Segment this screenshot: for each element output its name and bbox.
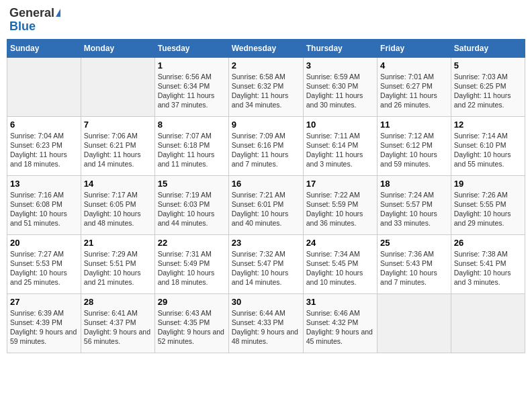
calendar-cell: 25Sunrise: 7:36 AMSunset: 5:43 PMDayligh… <box>378 234 451 293</box>
calendar-cell: 29Sunrise: 6:43 AMSunset: 4:35 PMDayligh… <box>154 293 228 353</box>
calendar-header: SundayMondayTuesdayWednesdayThursdayFrid… <box>7 39 525 57</box>
day-number: 24 <box>306 238 374 248</box>
calendar-cell: 23Sunrise: 7:32 AMSunset: 5:47 PMDayligh… <box>228 234 303 293</box>
cell-info: Sunrise: 7:06 AMSunset: 6:21 PMDaylight:… <box>84 131 152 169</box>
day-number: 4 <box>380 60 448 71</box>
header-day-tuesday: Tuesday <box>154 39 228 57</box>
day-number: 23 <box>232 238 300 248</box>
cell-info: Sunrise: 7:09 AMSunset: 6:16 PMDaylight:… <box>232 131 300 169</box>
calendar-cell: 7Sunrise: 7:06 AMSunset: 6:21 PMDaylight… <box>81 116 154 175</box>
page-header: General Blue <box>7 7 525 34</box>
day-number: 29 <box>158 297 226 307</box>
calendar-cell: 11Sunrise: 7:12 AMSunset: 6:12 PMDayligh… <box>378 116 451 175</box>
cell-info: Sunrise: 7:26 AMSunset: 5:55 PMDaylight:… <box>454 190 522 228</box>
week-row-5: 27Sunrise: 6:39 AMSunset: 4:39 PMDayligh… <box>7 293 525 353</box>
cell-info: Sunrise: 7:31 AMSunset: 5:49 PMDaylight:… <box>158 249 226 287</box>
cell-info: Sunrise: 7:03 AMSunset: 6:25 PMDaylight:… <box>454 72 522 110</box>
day-number: 21 <box>84 238 152 248</box>
logo-blue: Blue <box>9 20 60 34</box>
day-number: 16 <box>232 179 300 189</box>
calendar-cell: 6Sunrise: 7:04 AMSunset: 6:23 PMDaylight… <box>7 116 81 175</box>
week-row-2: 6Sunrise: 7:04 AMSunset: 6:23 PMDaylight… <box>7 116 525 175</box>
week-row-3: 13Sunrise: 7:16 AMSunset: 6:08 PMDayligh… <box>7 175 525 234</box>
calendar-cell: 14Sunrise: 7:17 AMSunset: 6:05 PMDayligh… <box>81 175 154 234</box>
cell-info: Sunrise: 7:22 AMSunset: 5:59 PMDaylight:… <box>306 190 374 228</box>
calendar-cell: 30Sunrise: 6:44 AMSunset: 4:33 PMDayligh… <box>228 293 303 353</box>
day-number: 7 <box>84 120 152 130</box>
calendar-cell: 15Sunrise: 7:19 AMSunset: 6:03 PMDayligh… <box>154 175 228 234</box>
day-number: 28 <box>84 297 152 307</box>
week-row-1: 1Sunrise: 6:56 AMSunset: 6:34 PMDaylight… <box>7 57 525 116</box>
cell-info: Sunrise: 6:56 AMSunset: 6:34 PMDaylight:… <box>158 72 226 110</box>
calendar-cell: 22Sunrise: 7:31 AMSunset: 5:49 PMDayligh… <box>154 234 228 293</box>
calendar-body: 1Sunrise: 6:56 AMSunset: 6:34 PMDaylight… <box>7 57 525 353</box>
cell-info: Sunrise: 6:59 AMSunset: 6:30 PMDaylight:… <box>306 72 374 110</box>
day-number: 18 <box>380 179 448 189</box>
day-number: 26 <box>454 238 522 248</box>
header-day-monday: Monday <box>81 39 154 57</box>
logo: General Blue <box>9 7 60 34</box>
calendar-cell: 3Sunrise: 6:59 AMSunset: 6:30 PMDaylight… <box>303 57 377 116</box>
cell-info: Sunrise: 6:44 AMSunset: 4:33 PMDaylight:… <box>232 308 300 347</box>
cell-info: Sunrise: 7:11 AMSunset: 6:14 PMDaylight:… <box>306 131 374 169</box>
calendar-cell <box>378 293 451 353</box>
header-day-friday: Friday <box>378 39 451 57</box>
calendar-cell: 12Sunrise: 7:14 AMSunset: 6:10 PMDayligh… <box>451 116 525 175</box>
cell-info: Sunrise: 7:01 AMSunset: 6:27 PMDaylight:… <box>380 72 448 110</box>
cell-info: Sunrise: 7:36 AMSunset: 5:43 PMDaylight:… <box>380 249 448 287</box>
day-number: 15 <box>158 179 226 189</box>
day-number: 2 <box>232 60 300 71</box>
calendar-cell: 19Sunrise: 7:26 AMSunset: 5:55 PMDayligh… <box>451 175 525 234</box>
calendar-cell: 2Sunrise: 6:58 AMSunset: 6:32 PMDaylight… <box>228 57 303 116</box>
day-number: 31 <box>306 297 374 307</box>
cell-info: Sunrise: 7:32 AMSunset: 5:47 PMDaylight:… <box>232 249 300 287</box>
cell-info: Sunrise: 7:27 AMSunset: 5:53 PMDaylight:… <box>10 249 78 287</box>
calendar-cell: 9Sunrise: 7:09 AMSunset: 6:16 PMDaylight… <box>228 116 303 175</box>
cell-info: Sunrise: 7:12 AMSunset: 6:12 PMDaylight:… <box>380 131 448 169</box>
calendar-cell: 1Sunrise: 6:56 AMSunset: 6:34 PMDaylight… <box>154 57 228 116</box>
calendar-cell: 18Sunrise: 7:24 AMSunset: 5:57 PMDayligh… <box>378 175 451 234</box>
calendar-table: SundayMondayTuesdayWednesdayThursdayFrid… <box>7 39 525 353</box>
calendar-cell: 17Sunrise: 7:22 AMSunset: 5:59 PMDayligh… <box>303 175 377 234</box>
calendar-cell: 8Sunrise: 7:07 AMSunset: 6:18 PMDaylight… <box>154 116 228 175</box>
header-day-wednesday: Wednesday <box>228 39 303 57</box>
day-number: 1 <box>158 60 226 71</box>
day-number: 11 <box>380 120 448 130</box>
calendar-cell: 4Sunrise: 7:01 AMSunset: 6:27 PMDaylight… <box>378 57 451 116</box>
day-number: 13 <box>10 179 78 189</box>
day-number: 8 <box>158 120 226 130</box>
cell-info: Sunrise: 7:29 AMSunset: 5:51 PMDaylight:… <box>84 249 152 287</box>
calendar-cell: 27Sunrise: 6:39 AMSunset: 4:39 PMDayligh… <box>7 293 81 353</box>
calendar-cell: 20Sunrise: 7:27 AMSunset: 5:53 PMDayligh… <box>7 234 81 293</box>
calendar-cell: 21Sunrise: 7:29 AMSunset: 5:51 PMDayligh… <box>81 234 154 293</box>
calendar-cell: 26Sunrise: 7:38 AMSunset: 5:41 PMDayligh… <box>451 234 525 293</box>
day-number: 5 <box>454 60 522 71</box>
day-number: 14 <box>84 179 152 189</box>
cell-info: Sunrise: 7:38 AMSunset: 5:41 PMDaylight:… <box>454 249 522 287</box>
day-number: 27 <box>10 297 78 307</box>
calendar-cell: 28Sunrise: 6:41 AMSunset: 4:37 PMDayligh… <box>81 293 154 353</box>
day-number: 6 <box>10 120 78 130</box>
cell-info: Sunrise: 6:41 AMSunset: 4:37 PMDaylight:… <box>84 308 152 347</box>
day-number: 25 <box>380 238 448 248</box>
cell-info: Sunrise: 7:21 AMSunset: 6:01 PMDaylight:… <box>232 190 300 228</box>
day-number: 9 <box>232 120 300 130</box>
cell-info: Sunrise: 7:16 AMSunset: 6:08 PMDaylight:… <box>10 190 78 228</box>
day-number: 10 <box>306 120 374 130</box>
calendar-cell: 31Sunrise: 6:46 AMSunset: 4:32 PMDayligh… <box>303 293 377 353</box>
logo-general: General <box>9 7 60 20</box>
calendar-cell: 10Sunrise: 7:11 AMSunset: 6:14 PMDayligh… <box>303 116 377 175</box>
week-row-4: 20Sunrise: 7:27 AMSunset: 5:53 PMDayligh… <box>7 234 525 293</box>
cell-info: Sunrise: 7:14 AMSunset: 6:10 PMDaylight:… <box>454 131 522 169</box>
calendar-cell: 16Sunrise: 7:21 AMSunset: 6:01 PMDayligh… <box>228 175 303 234</box>
cell-info: Sunrise: 7:24 AMSunset: 5:57 PMDaylight:… <box>380 190 448 228</box>
calendar-cell <box>81 57 154 116</box>
cell-info: Sunrise: 7:34 AMSunset: 5:45 PMDaylight:… <box>306 249 374 287</box>
calendar-cell: 5Sunrise: 7:03 AMSunset: 6:25 PMDaylight… <box>451 57 525 116</box>
day-number: 20 <box>10 238 78 248</box>
cell-info: Sunrise: 7:07 AMSunset: 6:18 PMDaylight:… <box>158 131 226 169</box>
day-number: 22 <box>158 238 226 248</box>
day-number: 19 <box>454 179 522 189</box>
header-day-sunday: Sunday <box>7 39 81 57</box>
cell-info: Sunrise: 6:39 AMSunset: 4:39 PMDaylight:… <box>10 308 78 347</box>
